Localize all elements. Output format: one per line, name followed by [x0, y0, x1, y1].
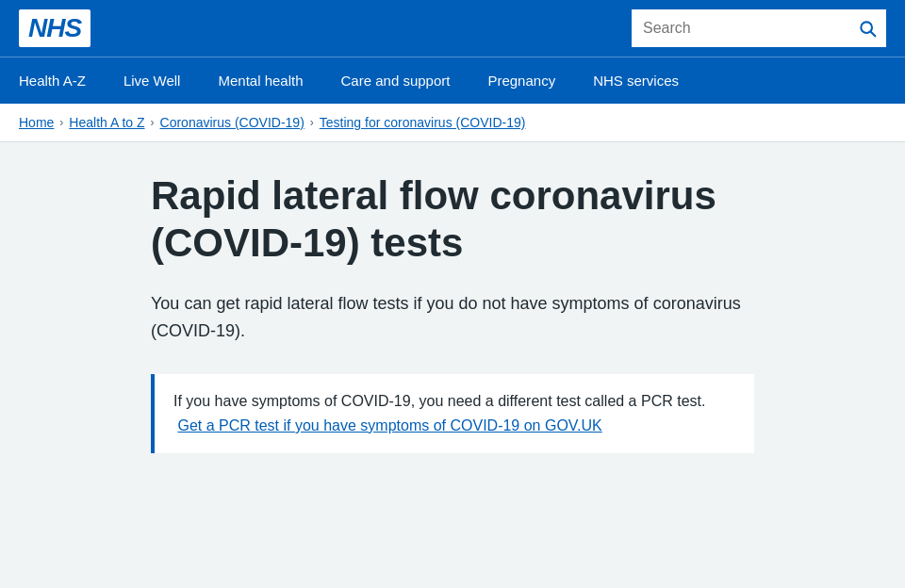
- breadcrumb-separator: ›: [59, 116, 63, 129]
- search-form: [632, 9, 886, 47]
- breadcrumb-separator: ›: [151, 116, 155, 129]
- search-input[interactable]: [632, 9, 848, 47]
- breadcrumb-link[interactable]: Testing for coronavirus (COVID-19): [320, 115, 526, 130]
- breadcrumb-link[interactable]: Home: [19, 115, 54, 130]
- callout-box: If you have symptoms of COVID-19, you ne…: [151, 374, 754, 452]
- main-content: Rapid lateral flow coronavirus (COVID-19…: [132, 142, 773, 540]
- breadcrumb-separator: ›: [310, 116, 314, 129]
- nhs-logo: NHS: [19, 9, 90, 47]
- svg-line-1: [871, 32, 876, 37]
- nav-item-mental-health[interactable]: Mental health: [199, 57, 321, 104]
- breadcrumb-link[interactable]: Coronavirus (COVID-19): [160, 115, 304, 130]
- intro-text: You can get rapid lateral flow tests if …: [151, 290, 754, 345]
- breadcrumb-bar: Home›Health A to Z›Coronavirus (COVID-19…: [0, 104, 905, 142]
- nav-item-pregnancy[interactable]: Pregnancy: [469, 57, 574, 104]
- nav-item-health-a-z[interactable]: Health A-Z: [0, 57, 105, 104]
- callout-text: If you have symptoms of COVID-19, you ne…: [173, 393, 705, 409]
- pcr-test-link[interactable]: Get a PCR test if you have symptoms of C…: [177, 417, 601, 433]
- nav-item-care-and-support[interactable]: Care and support: [322, 57, 469, 104]
- main-nav: Health A-ZLive WellMental healthCare and…: [0, 57, 905, 104]
- search-icon: [858, 19, 877, 38]
- site-header: NHS: [0, 0, 905, 57]
- search-button[interactable]: [848, 9, 886, 47]
- breadcrumb: Home›Health A to Z›Coronavirus (COVID-19…: [19, 115, 886, 130]
- breadcrumb-link[interactable]: Health A to Z: [69, 115, 144, 130]
- nav-item-live-well[interactable]: Live Well: [105, 57, 200, 104]
- page-title: Rapid lateral flow coronavirus (COVID-19…: [151, 172, 754, 268]
- nav-item-nhs-services[interactable]: NHS services: [574, 57, 698, 104]
